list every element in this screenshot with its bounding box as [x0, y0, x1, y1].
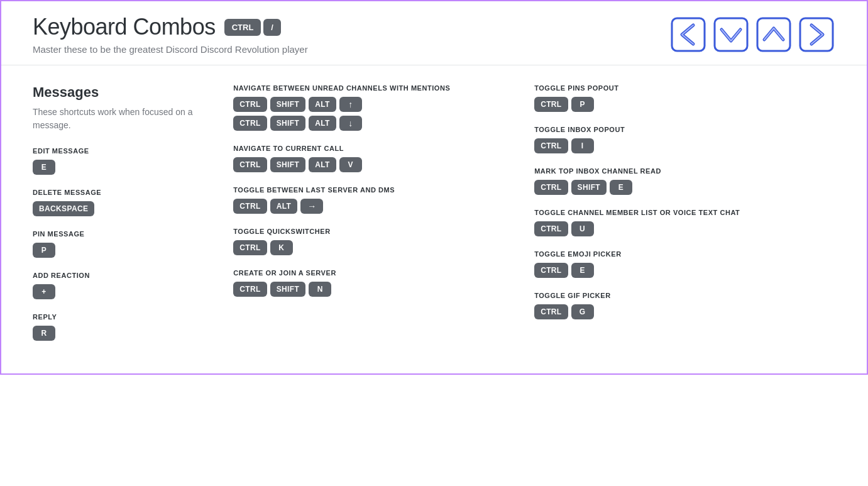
keys-row: CTRL SHIFT N: [233, 282, 509, 297]
key-ctrl: CTRL: [233, 157, 266, 172]
shortcut-navigate-unread: NAVIGATE BETWEEN UNREAD CHANNELS WITH ME…: [233, 84, 509, 131]
messages-section-desc: These shortcuts work when focused on a m…: [33, 106, 208, 132]
up-arrow-icon: [755, 16, 793, 53]
key-alt: ALT: [309, 116, 336, 131]
key-ctrl: CTRL: [233, 199, 266, 214]
middle-column: NAVIGATE BETWEEN UNREAD CHANNELS WITH ME…: [233, 84, 534, 355]
shortcut-navigate-call: NAVIGATE TO CURRENT CALL CTRL SHIFT ALT …: [233, 145, 509, 172]
shortcut-label: TOGGLE BETWEEN LAST SERVER AND DMS: [233, 186, 509, 194]
key-shift: SHIFT: [270, 116, 305, 131]
key-u: U: [571, 221, 594, 236]
page-title: Keyboard Combos: [33, 14, 216, 40]
shortcut-label: ADD REACTION: [33, 272, 208, 279]
shortcut-add-reaction: ADD REACTION +: [33, 272, 208, 299]
shortcut-mark-inbox-read: MARK TOP INBOX CHANNEL READ CTRL SHIFT E: [534, 167, 835, 195]
key-i: I: [571, 138, 594, 153]
header-key-ctrl: CTRL: [224, 19, 261, 36]
key-k: K: [270, 240, 293, 255]
shortcut-edit-message: EDIT MESSAGE E: [33, 147, 208, 175]
keys-row: CTRL ALT →: [233, 199, 509, 214]
keys-row: CTRL SHIFT E: [534, 180, 835, 195]
shortcut-toggle-emoji: TOGGLE EMOJI PICKER CTRL E: [534, 250, 835, 278]
key-shift: SHIFT: [571, 180, 607, 195]
shortcut-label: CREATE OR JOIN A SERVER: [233, 269, 509, 277]
right-arrow-icon: [798, 16, 835, 53]
key-up: ↑: [339, 97, 362, 112]
svg-rect-3: [800, 18, 833, 51]
shortcut-label: TOGGLE INBOX POPOUT: [534, 126, 835, 133]
key-ctrl: CTRL: [233, 97, 266, 112]
key-ctrl: CTRL: [534, 263, 568, 278]
key-e: E: [571, 263, 594, 278]
key-right: →: [300, 199, 323, 214]
keys-row: CTRL U: [534, 221, 835, 236]
keys-row: CTRL P: [534, 97, 835, 112]
key-shift: SHIFT: [270, 157, 305, 172]
key-ctrl: CTRL: [534, 138, 568, 153]
key-shift: SHIFT: [270, 97, 305, 112]
shortcut-create-join-server: CREATE OR JOIN A SERVER CTRL SHIFT N: [233, 269, 509, 297]
keys-row-2: CTRL SHIFT ALT ↓: [233, 116, 509, 131]
key-p: P: [33, 243, 55, 258]
keys-row: P: [33, 243, 208, 258]
shortcut-label: TOGGLE CHANNEL MEMBER LIST OR VOICE TEXT…: [534, 209, 835, 216]
svg-rect-1: [715, 18, 747, 51]
key-alt: ALT: [270, 199, 298, 214]
key-alt: ALT: [309, 157, 336, 172]
keys-row: CTRL I: [534, 138, 835, 153]
keys-row: BACKSPACE: [33, 201, 208, 216]
key-p: P: [571, 97, 594, 112]
key-r: R: [33, 326, 55, 341]
key-e: E: [610, 180, 632, 195]
key-ctrl: CTRL: [534, 97, 568, 112]
key-v: V: [339, 157, 362, 172]
shortcut-toggle-gif: TOGGLE GIF PICKER CTRL G: [534, 292, 835, 319]
keys-row: E: [33, 160, 208, 175]
key-ctrl: CTRL: [233, 116, 266, 131]
keys-row: CTRL SHIFT ALT V: [233, 157, 509, 172]
key-down: ↓: [339, 116, 362, 131]
header-key-slash: /: [263, 19, 281, 36]
key-ctrl: CTRL: [534, 304, 568, 319]
shortcut-label: DELETE MESSAGE: [33, 189, 208, 196]
key-n: N: [309, 282, 331, 297]
header-arrows: [669, 16, 835, 53]
shortcut-toggle-server-dms: TOGGLE BETWEEN LAST SERVER AND DMS CTRL …: [233, 186, 509, 214]
key-shift: SHIFT: [270, 282, 305, 297]
page-subtitle: Master these to be the greatest Discord …: [33, 44, 308, 55]
keys-row: CTRL G: [534, 304, 835, 319]
key-ctrl: CTRL: [233, 240, 266, 255]
shortcut-label: TOGGLE EMOJI PICKER: [534, 250, 835, 258]
shortcut-delete-message: DELETE MESSAGE BACKSPACE: [33, 189, 208, 216]
shortcut-quickswitcher: TOGGLE QUICKSWITCHER CTRL K: [233, 228, 509, 255]
shortcut-label: PIN MESSAGE: [33, 230, 208, 238]
header-left: Keyboard Combos CTRL / Master these to b…: [33, 14, 308, 55]
shortcut-label: NAVIGATE TO CURRENT CALL: [233, 145, 509, 152]
left-arrow-icon: [669, 16, 707, 53]
keys-row: +: [33, 284, 208, 299]
key-ctrl: CTRL: [534, 221, 568, 236]
keys-row: CTRL E: [534, 263, 835, 278]
shortcut-label: TOGGLE QUICKSWITCHER: [233, 228, 509, 235]
messages-column: Messages These shortcuts work when focus…: [33, 84, 233, 355]
content-area: Messages These shortcuts work when focus…: [1, 65, 867, 373]
key-g: G: [571, 304, 594, 319]
keys-row: CTRL SHIFT ALT ↑: [233, 97, 509, 112]
shortcut-label: REPLY: [33, 313, 208, 321]
right-column: TOGGLE PINS POPOUT CTRL P TOGGLE INBOX P…: [534, 84, 835, 355]
svg-rect-0: [672, 18, 705, 51]
header: Keyboard Combos CTRL / Master these to b…: [1, 1, 867, 65]
shortcut-label: EDIT MESSAGE: [33, 147, 208, 155]
title-row: Keyboard Combos CTRL /: [33, 14, 308, 40]
key-e: E: [33, 160, 55, 175]
keys-row: CTRL K: [233, 240, 509, 255]
shortcut-label: MARK TOP INBOX CHANNEL READ: [534, 167, 835, 175]
messages-section-title: Messages: [33, 84, 208, 101]
shortcut-toggle-inbox: TOGGLE INBOX POPOUT CTRL I: [534, 126, 835, 153]
title-shortcut-keys: CTRL /: [224, 19, 281, 36]
shortcut-pin-message: PIN MESSAGE P: [33, 230, 208, 258]
key-alt: ALT: [309, 97, 336, 112]
shortcut-toggle-member-list: TOGGLE CHANNEL MEMBER LIST OR VOICE TEXT…: [534, 209, 835, 236]
shortcut-label: NAVIGATE BETWEEN UNREAD CHANNELS WITH ME…: [233, 84, 509, 92]
keys-row: R: [33, 326, 208, 341]
